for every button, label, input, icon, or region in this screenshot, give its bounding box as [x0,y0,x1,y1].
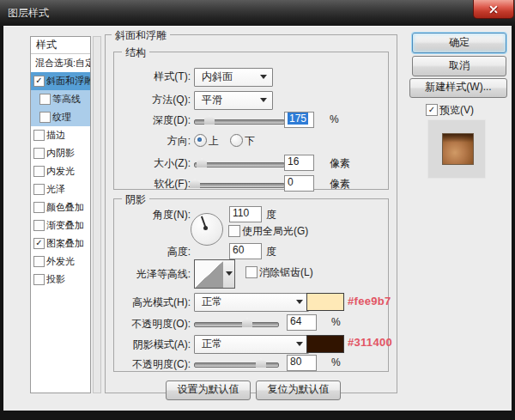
size-label: 大小(Z): [118,156,191,171]
chevron-down-icon [260,75,267,79]
depth-input[interactable]: 175 [284,112,314,128]
soften-label: 软化(F): [118,177,191,192]
sidebar-item-label: 外发光 [46,256,75,266]
shadow-opacity-input[interactable]: 80 [287,355,317,371]
styles-list-panel: 样式 混合选项:自定 ✓ 斜面和浮雕 等高线 纹理 描边 内阴影 内发光 [30,36,91,393]
sidebar-item-inner-glow[interactable]: 内发光 [31,162,90,180]
contour-checkbox[interactable] [39,94,51,105]
preview-checkbox[interactable]: ✓ [426,104,438,116]
highlight-mode-label: 高光模式(H): [101,295,191,310]
shadow-opacity-label: 不透明度(C): [101,357,191,372]
shadow-mode-dropdown[interactable]: 正常 [194,335,309,354]
sidebar-item-outer-glow[interactable]: 外发光 [31,253,90,271]
color-overlay-checkbox[interactable] [33,202,45,213]
technique-label: 方法(Q): [118,93,191,107]
chevron-down-icon [296,300,303,304]
direction-down-radio[interactable] [230,134,243,147]
bevel-emboss-checkbox[interactable]: ✓ [33,76,45,87]
sidebar-item-gradient-overlay[interactable]: 渐变叠加 [31,216,90,234]
direction-down-label: 下 [245,134,255,149]
close-button[interactable] [473,0,514,19]
altitude-unit: 度 [266,245,276,259]
highlight-opacity-label: 不透明度(O): [101,317,191,332]
styles-list-scrollbar[interactable] [93,36,101,393]
highlight-mode-dropdown[interactable]: 正常 [194,293,309,312]
outer-glow-checkbox[interactable] [33,256,45,267]
reset-default-button[interactable]: 复位为默认值 [256,380,341,400]
highlight-opacity-input[interactable]: 64 [287,314,317,331]
angle-input[interactable]: 110 [229,206,262,222]
highlight-opacity-slider-track[interactable] [194,322,279,327]
style-label: 样式(T): [118,70,191,84]
global-light-label: 使用全局光(G) [242,224,308,239]
shadow-color-swatch[interactable] [306,335,344,353]
sidebar-item-color-overlay[interactable]: 颜色叠加 [31,198,90,216]
size-unit: 像素 [330,156,350,171]
altitude-input[interactable]: 60 [229,243,262,259]
depth-label: 深度(D): [118,113,191,128]
altitude-label: 高度: [118,245,191,259]
sidebar-item-inner-shadow[interactable]: 内阴影 [31,144,90,162]
angle-label: 角度(N): [118,208,191,222]
sidebar-item-pattern-overlay[interactable]: ✓ 图案叠加 [31,234,90,253]
sidebar-item-label: 斜面和浮雕 [46,76,90,86]
highlight-opacity-unit: % [331,316,341,328]
shadow-mode-label: 阴影模式(A): [101,338,191,352]
style-dropdown-value: 内斜面 [202,70,233,82]
direction-up-label: 上 [209,134,219,149]
sidebar-item-satin[interactable]: 光泽 [31,180,90,198]
highlight-mode-value: 正常 [202,295,222,307]
gloss-contour-dropdown[interactable] [223,259,235,289]
size-input[interactable]: 16 [284,155,314,171]
sidebar-item-texture[interactable]: 纹理 [31,108,90,126]
satin-checkbox[interactable] [33,184,45,195]
size-input-value: 16 [288,155,299,167]
drop-shadow-checkbox[interactable] [33,274,45,285]
sidebar-item-label: 混合选项:自定 [35,58,90,68]
highlight-color-swatch[interactable] [306,293,344,311]
sidebar-item-label: 颜色叠加 [46,202,84,212]
structure-group-title: 结构 [122,46,149,60]
highlight-color-annotation: #fee9b7 [348,295,391,307]
sidebar-item-blending-options[interactable]: 混合选项:自定 [31,54,90,72]
shadow-opacity-slider-track[interactable] [194,362,279,368]
stroke-checkbox[interactable] [33,130,45,141]
pattern-overlay-checkbox[interactable]: ✓ [33,238,45,249]
gloss-contour-label: 光泽等高线: [101,267,191,282]
direction-up-radio[interactable] [194,134,207,147]
sidebar-item-label: 图案叠加 [46,238,84,248]
inner-glow-checkbox[interactable] [33,166,45,177]
sidebar-item-label: 内发光 [46,166,75,176]
texture-checkbox[interactable] [39,112,51,123]
highlight-opacity-value: 64 [290,315,301,327]
gloss-contour-swatch[interactable] [194,259,225,289]
size-slider-track[interactable] [194,162,285,167]
ok-button[interactable]: 确定 [412,33,506,53]
set-default-button[interactable]: 设置为默认值 [166,380,251,400]
sidebar-item-bevel-emboss[interactable]: ✓ 斜面和浮雕 [31,72,90,90]
technique-dropdown[interactable]: 平滑 [194,91,273,110]
soften-input[interactable]: 0 [284,175,314,192]
sidebar-item-label: 等高线 [52,94,81,104]
altitude-input-value: 60 [233,244,244,256]
sidebar-item-contour[interactable]: 等高线 [31,90,90,108]
antialias-checkbox[interactable] [245,266,258,278]
inner-shadow-checkbox[interactable] [33,148,45,159]
shadow-color-annotation: #311400 [348,336,392,349]
shadow-mode-value: 正常 [202,338,222,350]
soften-slider-track[interactable] [194,183,285,188]
sidebar-item-drop-shadow[interactable]: 投影 [31,271,90,289]
chevron-down-icon [260,98,267,102]
shading-group-title: 阴影 [122,192,149,207]
style-dropdown[interactable]: 内斜面 [194,68,273,87]
sidebar-item-label: 光泽 [46,184,65,194]
direction-label: 方向: [118,134,191,149]
sidebar-item-stroke[interactable]: 描边 [31,126,90,144]
gradient-overlay-checkbox[interactable] [33,220,45,231]
new-style-button[interactable]: 新建样式(W)... [409,78,507,98]
cancel-button[interactable]: 取消 [412,56,506,76]
soften-input-value: 0 [288,176,294,188]
sidebar-item-label: 投影 [46,274,65,284]
global-light-checkbox[interactable] [228,225,240,237]
styles-list-header: 样式 [31,37,90,54]
